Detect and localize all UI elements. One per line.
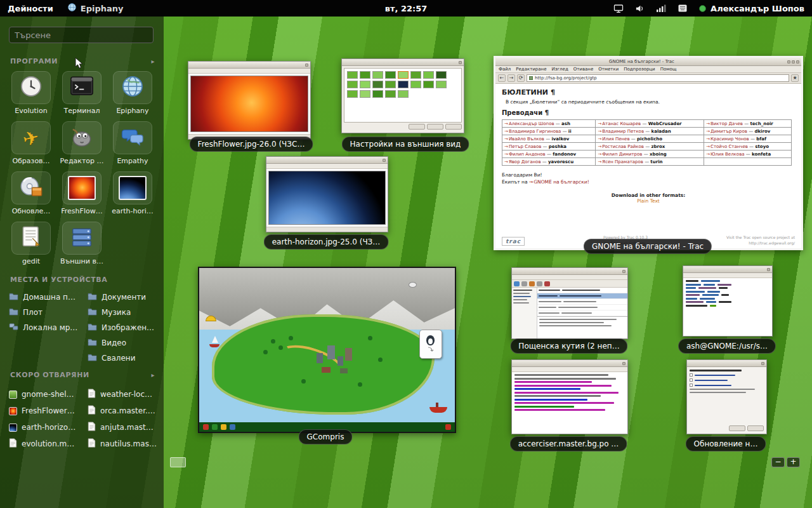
sailboat <box>212 336 218 343</box>
translator-nick: stoyo <box>755 144 769 149</box>
text-line <box>539 290 560 291</box>
app-menu[interactable]: Epiphany <box>61 3 130 14</box>
input-method-icon[interactable] <box>678 4 688 13</box>
separator: — <box>543 144 547 149</box>
activities-button[interactable]: Дейности <box>0 0 61 17</box>
text-line <box>558 307 598 308</box>
network-signal-icon[interactable] <box>656 4 666 13</box>
window-earth-horizon[interactable] <box>266 156 388 232</box>
message-row <box>537 299 627 305</box>
translator-cell: Ясен Праматаров — turin <box>596 158 704 166</box>
app-tile <box>62 222 102 255</box>
tree <box>358 382 362 387</box>
text-line <box>561 312 592 314</box>
recent-label: evolution.m… <box>22 439 74 448</box>
recent-item-nautilus[interactable]: nautilus.mas… <box>88 436 161 452</box>
app-tile <box>11 171 51 204</box>
translator-cell: Петър Славов — peshka <box>502 143 596 150</box>
app-item-empathy[interactable]: Empathy <box>108 121 157 165</box>
separator: — <box>542 159 547 164</box>
app-item-earth-horizon[interactable]: earth-hori… <box>108 171 157 215</box>
thanks-text: Благодарим Ви! <box>502 172 795 178</box>
place-item-videos[interactable]: Видео <box>88 335 161 351</box>
place-item-network[interactable]: Локална мр… <box>9 320 82 335</box>
user-menu[interactable]: Александър Шопов <box>699 4 804 13</box>
toolbar-icon <box>514 281 520 286</box>
recent-item-earth-horizon[interactable]: earth-horizo… <box>9 419 82 436</box>
display-icon[interactable] <box>613 4 624 13</box>
tree <box>263 350 268 354</box>
app-item-gimp[interactable]: Редактор … <box>57 121 107 165</box>
menubar <box>266 164 388 169</box>
recent-label: anjuta.mast… <box>100 423 154 432</box>
place-item-documents[interactable]: Документи <box>88 290 161 305</box>
recent-item-gnome-shell[interactable]: gnome-shel… <box>9 386 82 403</box>
text-line <box>686 305 707 307</box>
earth-image-file-icon <box>9 424 17 432</box>
translator-nick: ash <box>561 121 570 126</box>
text-line <box>686 294 700 296</box>
recent-item-anjuta[interactable]: anjuta.mast… <box>88 419 161 436</box>
window-po-editor[interactable] <box>511 359 628 434</box>
remove-workspace-button[interactable]: − <box>771 457 785 467</box>
menu-tabs: Подпрозорци <box>624 67 655 72</box>
window-mail[interactable] <box>511 267 628 339</box>
place-item-desktop[interactable]: Плот <box>9 305 82 320</box>
recent-item-orca[interactable]: orca.master.… <box>88 403 161 419</box>
workspace-thumbnail[interactable] <box>170 457 186 467</box>
clock[interactable]: вт, 22:57 <box>385 4 428 13</box>
control-icon <box>230 424 235 430</box>
recent-item-evolution[interactable]: evolution.m… <box>9 436 82 452</box>
app-label: Образов… <box>7 157 55 165</box>
place-item-downloads[interactable]: Свалени <box>88 351 161 366</box>
visit-text: Visit the Trac open source project athtt… <box>726 234 795 246</box>
pictures-folder-icon <box>88 323 97 333</box>
browser-toolbar: ← → ⟳ http://fsa-bg.org/project/gtp ★ <box>495 73 801 84</box>
window-software-update[interactable] <box>686 359 767 434</box>
volume-icon[interactable] <box>635 4 645 13</box>
app-item-software-update[interactable]: Обновле… <box>6 171 56 215</box>
recent-item-freshflower[interactable]: FreshFlower… <box>9 403 82 419</box>
app-tile <box>113 171 152 204</box>
search-input[interactable] <box>9 27 154 43</box>
place-item-home[interactable]: Домашна п… <box>9 290 82 305</box>
terminal-icon <box>69 75 95 100</box>
place-item-pictures[interactable]: Изображен… <box>88 320 161 335</box>
window-gcompris[interactable] <box>198 267 456 433</box>
toolbar-icon <box>537 281 542 286</box>
app-item-terminal[interactable]: Терминал <box>57 71 107 115</box>
recent-item-weather[interactable]: weather-loc… <box>88 386 161 403</box>
text-line <box>513 302 529 304</box>
translator-link: Владимир Петков <box>598 129 644 134</box>
window-label-trac: GNOME на български! - Trac <box>584 239 712 254</box>
terminal-line <box>686 291 769 293</box>
building <box>340 368 348 373</box>
text-line <box>514 409 605 411</box>
button <box>747 425 764 431</box>
app-label: earth-hori… <box>108 207 157 215</box>
text-line <box>563 301 596 302</box>
place-item-music[interactable]: Музика <box>88 305 161 320</box>
app-item-freshflower[interactable]: FreshFlow… <box>57 171 107 215</box>
window-freshflower[interactable] <box>188 61 311 140</box>
app-item-external-drives[interactable]: Външни в… <box>57 222 107 265</box>
app-item-gedit[interactable]: gedit <box>6 222 56 265</box>
translator-nick: WebCrusader <box>648 121 682 126</box>
programs-expander-icon[interactable]: ▸ <box>151 58 155 65</box>
wallpaper-thumb <box>398 71 409 79</box>
app-item-gcompris[interactable]: ✈Образов… <box>6 121 56 165</box>
window-appearance[interactable] <box>341 58 464 133</box>
control-icon <box>212 424 218 430</box>
recent-expander-icon[interactable]: ▸ <box>151 371 155 378</box>
window-terminal[interactable] <box>683 265 773 337</box>
document-file-icon <box>88 438 96 450</box>
text-line <box>717 284 731 286</box>
tree <box>278 345 283 350</box>
separator: — <box>642 121 646 126</box>
app-item-evolution[interactable]: Evolution <box>6 71 56 115</box>
translator-cell: Стойчо Станчев — stoyo <box>704 143 792 150</box>
window-trac-browser[interactable]: GNOME на български! - Trac Файл Редактир… <box>494 56 803 250</box>
app-item-epiphany[interactable]: Epiphany <box>108 71 157 115</box>
text-line <box>539 322 604 323</box>
add-workspace-button[interactable]: + <box>787 457 800 467</box>
